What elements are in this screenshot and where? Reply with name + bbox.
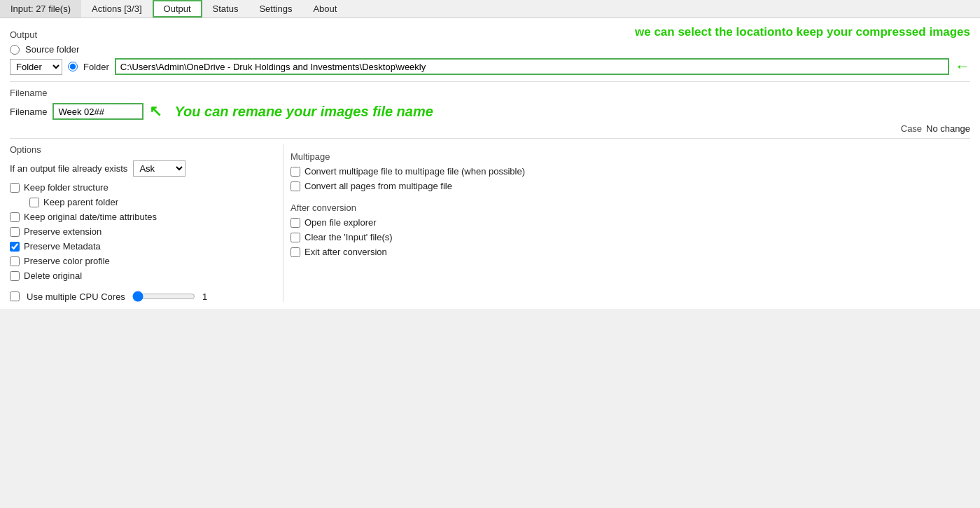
options-row: Options If an output file already exists… xyxy=(10,138,970,302)
delete-original-checkbox[interactable] xyxy=(10,271,20,281)
if-output-row: If an output file already exists Ask Ski… xyxy=(10,160,276,177)
cpu-cores-label: Use multiple CPU Cores xyxy=(27,291,125,302)
preserve-color-checkbox[interactable] xyxy=(10,256,20,266)
case-value: No change xyxy=(926,123,970,134)
folder-arrow-icon: ← xyxy=(955,57,970,76)
open-explorer-checkbox[interactable] xyxy=(290,218,300,228)
if-output-label: If an output file already exists xyxy=(10,163,127,174)
folder-type-select[interactable]: Folder xyxy=(10,59,62,75)
preserve-meta-row: Preserve Metadata xyxy=(10,241,276,252)
keep-folder-checkbox[interactable] xyxy=(10,183,20,193)
case-label: Case xyxy=(901,123,922,134)
source-folder-row: Source folder xyxy=(10,44,970,55)
clear-input-checkbox[interactable] xyxy=(290,233,300,242)
filename-section-title: Filename xyxy=(10,88,970,98)
keep-folder-row: Keep folder structure xyxy=(10,182,276,193)
filename-annotation-text: You can remane your images file name xyxy=(174,104,433,120)
preserve-ext-label: Preserve extension xyxy=(24,226,102,237)
convert-all-label: Convert all pages from multipage file xyxy=(304,181,452,191)
filename-label: Filename xyxy=(10,107,47,117)
tab-status[interactable]: Status xyxy=(202,0,249,18)
keep-folder-label: Keep folder structure xyxy=(24,182,108,193)
options-left: Options If an output file already exists… xyxy=(10,144,283,302)
tab-input[interactable]: Input: 27 file(s) xyxy=(0,0,81,18)
keep-date-checkbox[interactable] xyxy=(10,212,20,222)
tab-about[interactable]: About xyxy=(302,0,347,18)
preserve-color-label: Preserve color profile xyxy=(24,256,110,266)
cpu-cores-slider[interactable] xyxy=(132,291,195,302)
main-content: Output Source folder Folder Folder ← we … xyxy=(0,18,980,309)
output-section: Output Source folder Folder Folder ← we … xyxy=(10,25,970,81)
tab-output[interactable]: Output xyxy=(153,0,202,18)
preserve-color-row: Preserve color profile xyxy=(10,256,276,266)
folder-radio[interactable] xyxy=(68,62,78,71)
keep-date-label: Keep original date/time attributes xyxy=(24,212,157,222)
keep-parent-checkbox[interactable] xyxy=(29,198,39,207)
options-section-title: Options xyxy=(10,144,276,155)
preserve-ext-checkbox[interactable] xyxy=(10,227,20,237)
options-right: Multipage Convert multipage file to mult… xyxy=(283,144,970,302)
cpu-cores-checkbox[interactable] xyxy=(10,291,20,301)
tab-bar: Input: 27 file(s) Actions [3/3] Output S… xyxy=(0,0,980,18)
keep-parent-label: Keep parent folder xyxy=(43,197,118,207)
convert-multi-row: Convert multipage file to multipage file… xyxy=(290,166,970,177)
open-explorer-row: Open file explorer xyxy=(290,217,970,228)
filename-row: Filename xyxy=(10,103,144,120)
folder-label: Folder xyxy=(83,62,109,72)
top-annotation-text: we can select the locationto keep your c… xyxy=(635,25,970,39)
tab-actions[interactable]: Actions [3/3] xyxy=(81,0,153,18)
if-output-select[interactable]: Ask Skip Overwrite Rename xyxy=(133,160,186,177)
clear-input-label: Clear the 'Input' file(s) xyxy=(304,232,393,242)
preserve-meta-checkbox[interactable] xyxy=(10,242,20,252)
delete-original-row: Delete original xyxy=(10,270,276,281)
delete-original-label: Delete original xyxy=(24,270,82,281)
filename-input[interactable] xyxy=(52,103,144,120)
clear-input-row: Clear the 'Input' file(s) xyxy=(290,232,970,242)
filename-section: Filename Filename ↖ You can remane your … xyxy=(10,81,970,138)
folder-path-input[interactable] xyxy=(115,58,949,75)
convert-multi-checkbox[interactable] xyxy=(290,167,300,177)
source-folder-radio[interactable] xyxy=(10,45,20,55)
tab-settings[interactable]: Settings xyxy=(248,0,302,18)
case-row: Case No change xyxy=(10,123,970,134)
folder-area: Folder Folder ← xyxy=(10,57,970,76)
preserve-ext-row: Preserve extension xyxy=(10,226,276,237)
filename-arrow-icon: ↖ xyxy=(149,102,162,121)
keep-date-row: Keep original date/time attributes xyxy=(10,212,276,222)
exit-after-row: Exit after conversion xyxy=(290,247,970,257)
cpu-cores-row: Use multiple CPU Cores 1 xyxy=(10,291,276,302)
after-conversion-section-title: After conversion xyxy=(290,202,970,213)
preserve-meta-label: Preserve Metadata xyxy=(24,241,101,252)
convert-all-row: Convert all pages from multipage file xyxy=(290,181,970,191)
open-explorer-label: Open file explorer xyxy=(304,217,377,228)
exit-after-checkbox[interactable] xyxy=(290,247,300,257)
convert-multi-label: Convert multipage file to multipage file… xyxy=(304,166,525,177)
multipage-section-title: Multipage xyxy=(290,151,970,162)
source-folder-label: Source folder xyxy=(25,44,79,55)
exit-after-label: Exit after conversion xyxy=(304,247,387,257)
keep-parent-row: Keep parent folder xyxy=(29,197,276,207)
convert-all-checkbox[interactable] xyxy=(290,181,300,191)
cpu-cores-value: 1 xyxy=(202,291,207,302)
